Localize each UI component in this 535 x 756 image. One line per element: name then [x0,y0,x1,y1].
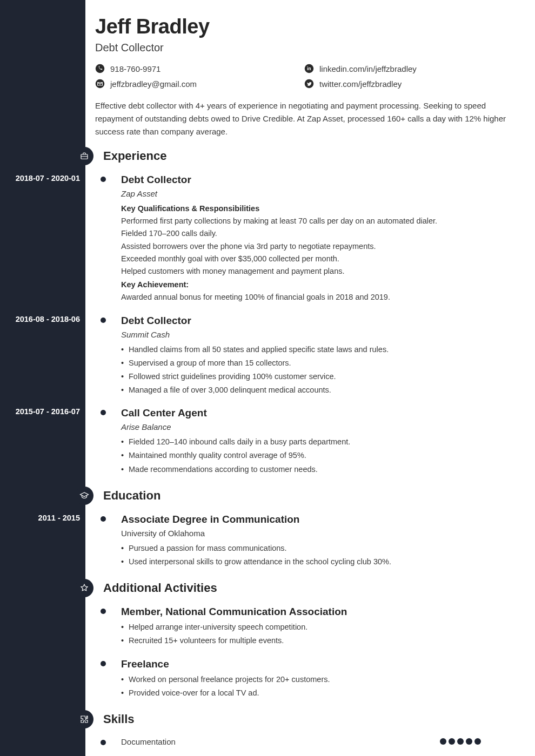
entry-line: Assisted borrowers over the phone via 3r… [121,240,513,253]
entry-title: Debt Collector [121,174,513,186]
email-icon [95,79,105,89]
contact-email: jeffzbradley@gmail.com [95,79,304,89]
ach-header: Key Achievement: [121,279,513,291]
bullet: Provided voice-over for a local TV ad. [121,687,513,699]
timeline-dot [101,740,106,745]
entry-line: Awarded annual bonus for meeting 100% of… [121,291,513,303]
briefcase-icon [75,147,93,165]
bullet: Managed a file of over 3,000 delinquent … [121,384,513,396]
twitter-icon [304,79,314,89]
phone-text: 918-760-9971 [110,64,160,73]
contact-linkedin: in linkedin.com/in/jeffzbradley [304,64,513,73]
skill-row: Documentation [95,737,513,746]
linkedin-text: linkedin.com/in/jeffzbradley [319,64,417,73]
contact-twitter: twitter.com/jeffzbradley [304,79,513,89]
entry-date: 2018-07 - 2020-01 [0,174,85,183]
section-header: Additional Activities [75,579,513,597]
entry-line: Helped customers with money management a… [121,265,513,278]
experience-entry: 2015-07 - 2016-07 Call Center Agent Aris… [95,407,513,476]
entry-title: Associate Degree in Communication [121,514,513,525]
activity-entry: Member, National Communication Associati… [95,606,513,647]
experience-entry: 2018-07 - 2020-01 Debt Collector Zap Ass… [95,174,513,304]
entry-company: Arise Balance [121,422,513,431]
entry-title: Call Center Agent [121,407,513,419]
bullet: Pursued a passion for mass communication… [121,542,513,555]
entry-title: Debt Collector [121,315,513,327]
experience-title: Experience [103,149,166,163]
timeline-dot [101,516,106,522]
entry-date: 2015-07 - 2016-07 [0,407,85,416]
bullet: Made recommendations according to custom… [121,463,513,476]
qual-header: Key Qualifications & Responsibilities [121,202,513,215]
entry-body: Key Qualifications & Responsibilities Pe… [121,202,513,304]
main-content: Jeff Bradley Debt Collector 918-760-9971… [85,0,535,756]
section-activities: Additional Activities Member, National C… [95,579,513,699]
bullet: Recruited 15+ volunteers for multiple ev… [121,634,513,647]
resume-page: Jeff Bradley Debt Collector 918-760-9971… [0,0,535,756]
activities-title: Additional Activities [103,581,217,595]
entry-body: Fielded 120–140 inbound calls daily in a… [121,436,513,476]
section-header: Experience [75,147,513,165]
twitter-text: twitter.com/jeffzbradley [319,79,402,89]
entry-body: Handled claims from all 50 states and ap… [121,343,513,397]
timeline-dot [101,609,106,614]
svg-point-3 [96,79,105,89]
education-entry: 2011 - 2015 Associate Degree in Communic… [95,514,513,568]
entry-body: Helped arrange inter-university speech c… [121,621,513,647]
entry-line: Fielded 170–200 calls daily. [121,227,513,240]
entry-title: Freelance [121,658,513,670]
person-role: Debt Collector [95,42,513,54]
svg-text:in: in [307,66,311,71]
contact-phone: 918-760-9971 [95,64,304,73]
entry-line: Performed first party collections by mak… [121,215,513,227]
bullet: Maintained monthly quality control avera… [121,449,513,462]
activity-entry: Freelance Worked on personal freelance p… [95,658,513,699]
bullet: Supervised a group of more than 15 colle… [121,357,513,369]
puzzle-icon [75,710,93,728]
entry-date: 2011 - 2015 [0,514,85,522]
star-icon [75,579,93,597]
section-education: Education 2011 - 2015 Associate Degree i… [95,487,513,568]
section-experience: Experience 2018-07 - 2020-01 Debt Collec… [95,147,513,476]
summary: Effective debt collector with 4+ years o… [95,99,513,138]
linkedin-icon: in [304,64,314,73]
timeline-dot [101,318,106,323]
bullet: Followed strict guidelines providing 100… [121,370,513,383]
skills-title: Skills [103,712,134,726]
sidebar [0,0,85,756]
section-header: Skills [75,710,513,728]
entry-date: 2016-08 - 2018-06 [0,315,85,323]
timeline-dot [101,410,106,415]
phone-icon [95,64,105,73]
bullet: Worked on personal freelance projects fo… [121,673,513,686]
bullet: Fielded 120–140 inbound calls daily in a… [121,436,513,448]
bullet: Handled claims from all 50 states and ap… [121,343,513,356]
entry-company: Zap Asset [121,189,513,198]
entry-body: Worked on personal freelance projects fo… [121,673,513,699]
entry-line: Exceeded monthly goal with over $35,000 … [121,253,513,265]
contact-block: 918-760-9971 in linkedin.com/in/jeffzbra… [95,64,513,89]
email-text: jeffzbradley@gmail.com [110,79,197,89]
education-title: Education [103,489,160,503]
bullet: Helped arrange inter-university speech c… [121,621,513,633]
entry-body: Pursued a passion for mass communication… [121,542,513,568]
bullet: Used interpersonal skills to grow attend… [121,556,513,568]
entry-school: University of Oklahoma [121,529,513,538]
section-header: Education [75,487,513,505]
skill-name: Documentation [121,737,176,746]
section-skills: Skills Documentation [95,710,513,746]
entry-company: Summit Cash [121,330,513,339]
experience-entry: 2016-08 - 2018-06 Debt Collector Summit … [95,315,513,397]
entry-title: Member, National Communication Associati… [121,606,513,618]
timeline-dot [101,661,106,666]
person-name: Jeff Bradley [95,15,513,38]
skill-level-dots [440,738,481,745]
timeline-dot [101,177,106,182]
graduation-cap-icon [75,487,93,505]
